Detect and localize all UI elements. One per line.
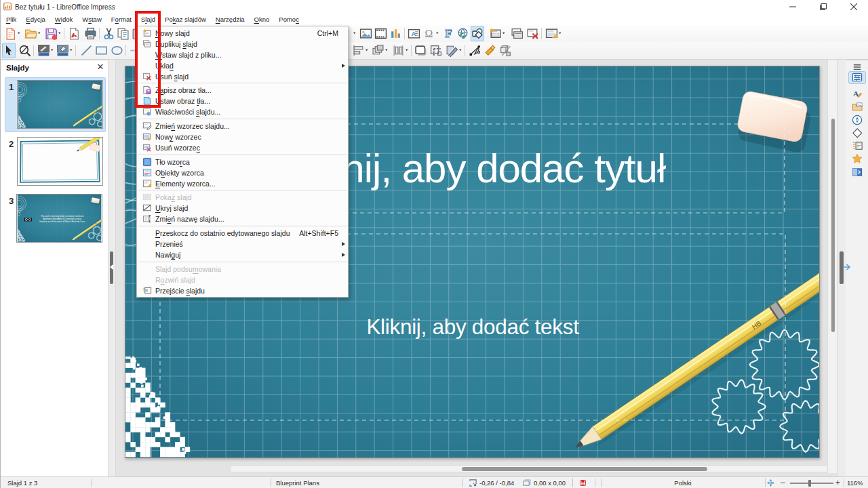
- horizontal-scrollbar-thumb[interactable]: [462, 467, 707, 471]
- menu-item-nowy-slajd[interactable]: Nowy slajdCtrl+M: [137, 28, 348, 39]
- fontwork-button[interactable]: [441, 26, 455, 41]
- maximize-button[interactable]: [808, 0, 838, 14]
- insert-chart-button[interactable]: [389, 26, 402, 41]
- save-button[interactable]: [44, 26, 58, 41]
- panel-collapse-icon[interactable]: [110, 264, 113, 270]
- hyperlink-button[interactable]: [456, 26, 469, 41]
- dropdown-caret-icon[interactable]: [502, 26, 506, 41]
- menu-item-przejście-slajdu[interactable]: Przejście slajdu: [137, 285, 348, 296]
- select-arrow-button[interactable]: [2, 43, 16, 58]
- sidebar-settings-tab[interactable]: [848, 64, 866, 70]
- crop-image-button[interactable]: [429, 43, 442, 58]
- menu-item-ukryj-slajd[interactable]: Ukryj slajd: [137, 203, 348, 214]
- horizontal-scrollbar[interactable]: [231, 465, 868, 472]
- navigator-tab[interactable]: [848, 114, 866, 127]
- menu-item-zapisz-obraz-tła[interactable]: Zapisz obraz tła...: [137, 85, 348, 96]
- slides-panel-close-icon[interactable]: ✕: [96, 62, 105, 72]
- menu-item-ustaw-obraz-tła[interactable]: Ustaw obraz tła...: [137, 96, 348, 106]
- menu-item-elementy-wzorca[interactable]: Elementy wzorca...: [137, 178, 348, 189]
- slide-thumbnail-3[interactable]: This work is licensed under a Creative C…: [16, 194, 102, 243]
- menu-item-usuń-wzorzec[interactable]: Usuń wzorzec: [137, 142, 348, 153]
- gallery-tab[interactable]: [848, 100, 866, 113]
- dropdown-caret-icon[interactable]: [435, 26, 439, 41]
- dropdown-caret-icon[interactable]: [58, 26, 62, 41]
- distribute-button[interactable]: [391, 43, 405, 58]
- slide-thumbnail-2[interactable]: [17, 137, 103, 186]
- dropdown-caret-icon[interactable]: [17, 26, 21, 41]
- menu-item-zmień-wzorzec-slajdu[interactable]: Zmień wzorzec slajdu...: [137, 121, 348, 131]
- fit-slide-icon[interactable]: [767, 479, 774, 487]
- menu-format[interactable]: Format: [106, 14, 136, 25]
- copy-button[interactable]: [116, 26, 130, 41]
- dropdown-caret-icon[interactable]: [50, 43, 54, 58]
- menu-edycja[interactable]: Edycja: [21, 14, 50, 25]
- dropdown-caret-icon[interactable]: [458, 43, 462, 58]
- menu-item-usuń-slajd[interactable]: Usuń slajd: [137, 71, 348, 82]
- menu-item-nawiguj[interactable]: Nawiguj: [137, 249, 348, 260]
- dropdown-caret-icon[interactable]: [384, 43, 389, 58]
- zoom-slider-track[interactable]: [790, 483, 833, 484]
- open-folder-button[interactable]: [24, 26, 37, 41]
- dropdown-caret-icon[interactable]: [365, 43, 369, 58]
- sidebar-collapse-icon[interactable]: [842, 263, 852, 271]
- menu-item-właściwości-slajdu[interactable]: Właściwości slajdu...: [137, 106, 348, 117]
- menu-item-zmień-nazwę-slajdu[interactable]: Zmień nazwę slajdu...: [137, 214, 348, 224]
- zoom-out-icon[interactable]: –: [781, 477, 785, 488]
- menu-item-obiekty-wzorca[interactable]: Obiekty wzorca: [137, 167, 348, 178]
- slide-thumbnail-1[interactable]: [17, 80, 103, 129]
- slide-properties-button[interactable]: [545, 26, 558, 41]
- properties-tab[interactable]: [848, 71, 866, 84]
- fill-color-button[interactable]: [56, 43, 69, 58]
- special-character-button[interactable]: [422, 26, 435, 41]
- animation-tab[interactable]: [848, 152, 866, 165]
- zoom-pan-button[interactable]: [18, 43, 31, 58]
- document-modified-icon[interactable]: [580, 480, 586, 486]
- menu-narz-dzia[interactable]: Narzędzia: [211, 14, 250, 25]
- master-slides-tab[interactable]: [848, 140, 866, 152]
- menu-item-duplikuj-slajd[interactable]: Duplikuj slajd: [137, 39, 348, 49]
- export-pdf-button[interactable]: [67, 26, 81, 41]
- menu-pokaz-slajd-w[interactable]: Pokaz slajdów: [160, 14, 211, 25]
- close-button[interactable]: [838, 0, 868, 14]
- menu-plik[interactable]: Plik: [1, 14, 21, 25]
- menu-widok[interactable]: Widok: [50, 14, 77, 25]
- status-master-name[interactable]: Blueprint Plans: [276, 477, 319, 488]
- menu-item-nowy-wzorzec[interactable]: Nowy wzorzec: [137, 131, 348, 142]
- edit-points-button[interactable]: [468, 43, 481, 58]
- dropdown-caret-icon[interactable]: [353, 26, 357, 41]
- glue-points-button[interactable]: [483, 43, 496, 58]
- menu-item-tło-wzorca[interactable]: Tło wzorca: [137, 157, 348, 167]
- insert-textbox-button[interactable]: [407, 26, 420, 41]
- draw-functions-button[interactable]: [471, 26, 484, 41]
- dropdown-caret-icon[interactable]: [69, 43, 73, 58]
- new-slide-button[interactable]: [488, 26, 502, 41]
- zoom-in-icon[interactable]: +: [835, 477, 840, 488]
- delete-slide-button[interactable]: [526, 26, 539, 41]
- cut-button[interactable]: [102, 26, 115, 41]
- menu-wstaw[interactable]: Wstaw: [77, 14, 106, 25]
- panel-splitter[interactable]: [108, 60, 116, 476]
- dropdown-caret-icon[interactable]: [37, 26, 41, 41]
- align-objects-button[interactable]: [351, 43, 365, 58]
- shapes-tab[interactable]: [848, 127, 866, 140]
- extrusion-button[interactable]: [498, 43, 512, 58]
- menu-item-przeskocz-do-ostatnio-edytowanego-slajdu[interactable]: Przeskocz do ostatnio edytowanego slajdu…: [137, 228, 348, 239]
- new-document-button[interactable]: [3, 26, 17, 41]
- insert-media-button[interactable]: [374, 26, 387, 41]
- menu-item-przenieś[interactable]: Przenieś: [137, 239, 348, 249]
- insert-image-button[interactable]: [359, 26, 372, 41]
- minimize-button[interactable]: [777, 0, 808, 14]
- styles-tab[interactable]: [848, 87, 866, 100]
- arrange-button[interactable]: [371, 43, 384, 58]
- menu-okno[interactable]: Okno: [250, 14, 275, 25]
- dropdown-caret-icon[interactable]: [558, 26, 562, 41]
- vertical-scrollbar[interactable]: [827, 60, 837, 473]
- image-filter-button[interactable]: [445, 43, 458, 58]
- rectangle-tool-button[interactable]: [94, 43, 108, 58]
- status-zoom-level[interactable]: 116%: [847, 477, 863, 488]
- vertical-scrollbar-thumb[interactable]: [831, 119, 835, 332]
- menu-item-układ[interactable]: Układ: [137, 60, 348, 71]
- ellipse-tool-button[interactable]: [110, 43, 123, 58]
- print-button[interactable]: [83, 26, 97, 41]
- duplicate-slide-button[interactable]: [510, 26, 524, 41]
